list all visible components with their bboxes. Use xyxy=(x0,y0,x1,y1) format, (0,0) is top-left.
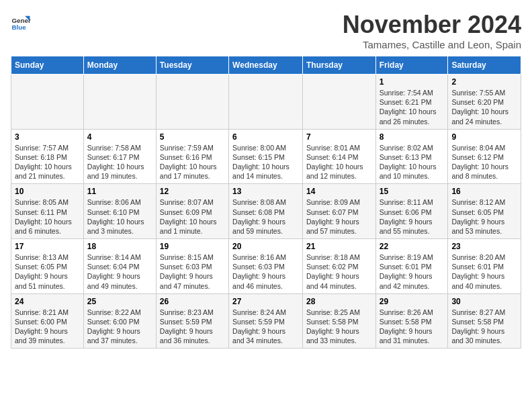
day-info-text: Sunrise: 8:12 AM Sunset: 6:05 PM Dayligh… xyxy=(451,197,517,236)
day-number: 25 xyxy=(87,297,152,306)
day-info-text: Sunrise: 8:08 AM Sunset: 6:08 PM Dayligh… xyxy=(232,197,299,236)
day-number: 13 xyxy=(232,187,299,196)
calendar-cell xyxy=(11,75,84,130)
day-number: 18 xyxy=(87,242,152,251)
day-header-sunday: Sunday xyxy=(11,56,84,75)
day-header-wednesday: Wednesday xyxy=(229,56,303,75)
calendar-cell: 6Sunrise: 8:00 AM Sunset: 6:15 PM Daylig… xyxy=(229,129,303,184)
day-info-text: Sunrise: 8:02 AM Sunset: 6:13 PM Dayligh… xyxy=(380,143,445,181)
day-number: 30 xyxy=(451,297,517,306)
day-info-text: Sunrise: 8:13 AM Sunset: 6:05 PM Dayligh… xyxy=(15,253,80,291)
calendar-week-row: 24Sunrise: 8:21 AM Sunset: 6:00 PM Dayli… xyxy=(11,293,521,349)
calendar-cell: 30Sunrise: 8:27 AM Sunset: 5:58 PM Dayli… xyxy=(448,293,521,349)
day-number: 20 xyxy=(232,242,299,251)
day-info-text: Sunrise: 7:55 AM Sunset: 6:20 PM Dayligh… xyxy=(451,88,517,126)
calendar-week-row: 17Sunrise: 8:13 AM Sunset: 6:05 PM Dayli… xyxy=(11,239,521,294)
calendar-cell xyxy=(229,75,303,130)
day-info-text: Sunrise: 8:23 AM Sunset: 5:59 PM Dayligh… xyxy=(160,308,225,346)
day-info-text: Sunrise: 8:21 AM Sunset: 6:00 PM Dayligh… xyxy=(15,308,80,346)
day-info-text: Sunrise: 7:54 AM Sunset: 6:21 PM Dayligh… xyxy=(380,88,445,126)
calendar-cell: 19Sunrise: 8:15 AM Sunset: 6:03 PM Dayli… xyxy=(156,239,228,294)
calendar-cell: 11Sunrise: 8:06 AM Sunset: 6:10 PM Dayli… xyxy=(83,184,156,239)
day-number: 3 xyxy=(15,132,80,142)
calendar-cell: 26Sunrise: 8:23 AM Sunset: 5:59 PM Dayli… xyxy=(156,293,228,349)
day-header-saturday: Saturday xyxy=(448,56,521,75)
calendar-week-row: 3Sunrise: 7:57 AM Sunset: 6:18 PM Daylig… xyxy=(11,129,521,184)
day-header-friday: Friday xyxy=(375,56,448,75)
location-subtitle: Tamames, Castille and Leon, Spain xyxy=(343,39,521,50)
calendar-cell: 12Sunrise: 8:07 AM Sunset: 6:09 PM Dayli… xyxy=(156,184,228,239)
calendar-cell: 5Sunrise: 7:59 AM Sunset: 6:16 PM Daylig… xyxy=(156,129,228,184)
day-number: 24 xyxy=(15,297,80,306)
calendar-cell xyxy=(302,75,375,130)
calendar-cell: 10Sunrise: 8:05 AM Sunset: 6:11 PM Dayli… xyxy=(11,184,84,239)
calendar-cell: 4Sunrise: 7:58 AM Sunset: 6:17 PM Daylig… xyxy=(83,129,156,184)
day-number: 2 xyxy=(451,77,517,87)
calendar-cell: 9Sunrise: 8:04 AM Sunset: 6:12 PM Daylig… xyxy=(448,129,521,184)
day-info-text: Sunrise: 8:26 AM Sunset: 5:58 PM Dayligh… xyxy=(380,308,445,346)
day-number: 28 xyxy=(306,297,372,306)
day-info-text: Sunrise: 8:25 AM Sunset: 5:58 PM Dayligh… xyxy=(306,308,372,346)
day-header-monday: Monday xyxy=(83,56,156,75)
day-number: 23 xyxy=(451,242,517,251)
calendar-cell: 23Sunrise: 8:20 AM Sunset: 6:01 PM Dayli… xyxy=(448,239,521,294)
day-number: 9 xyxy=(451,132,517,142)
calendar-table: SundayMondayTuesdayWednesdayThursdayFrid… xyxy=(11,56,521,349)
calendar-cell: 1Sunrise: 7:54 AM Sunset: 6:21 PM Daylig… xyxy=(375,75,448,130)
day-number: 4 xyxy=(87,132,152,142)
day-info-text: Sunrise: 8:16 AM Sunset: 6:03 PM Dayligh… xyxy=(232,253,299,291)
day-number: 16 xyxy=(451,187,517,196)
day-number: 8 xyxy=(380,132,445,142)
day-info-text: Sunrise: 8:07 AM Sunset: 6:09 PM Dayligh… xyxy=(160,197,225,236)
day-number: 12 xyxy=(160,187,225,196)
day-info-text: Sunrise: 8:15 AM Sunset: 6:03 PM Dayligh… xyxy=(160,253,225,291)
calendar-cell: 24Sunrise: 8:21 AM Sunset: 6:00 PM Dayli… xyxy=(11,293,84,349)
calendar-cell: 13Sunrise: 8:08 AM Sunset: 6:08 PM Dayli… xyxy=(229,184,303,239)
calendar-cell: 20Sunrise: 8:16 AM Sunset: 6:03 PM Dayli… xyxy=(229,239,303,294)
day-number: 19 xyxy=(160,242,225,251)
day-info-text: Sunrise: 8:27 AM Sunset: 5:58 PM Dayligh… xyxy=(451,308,517,346)
calendar-cell: 27Sunrise: 8:24 AM Sunset: 5:59 PM Dayli… xyxy=(229,293,303,349)
calendar-cell: 7Sunrise: 8:01 AM Sunset: 6:14 PM Daylig… xyxy=(302,129,375,184)
day-info-text: Sunrise: 7:58 AM Sunset: 6:17 PM Dayligh… xyxy=(87,143,152,181)
day-info-text: Sunrise: 8:04 AM Sunset: 6:12 PM Dayligh… xyxy=(451,143,517,181)
header: General Blue November 2024 Tamames, Cast… xyxy=(11,11,521,50)
calendar-cell: 21Sunrise: 8:18 AM Sunset: 6:02 PM Dayli… xyxy=(302,239,375,294)
calendar-cell: 14Sunrise: 8:09 AM Sunset: 6:07 PM Dayli… xyxy=(302,184,375,239)
day-number: 6 xyxy=(232,132,299,142)
svg-text:Blue: Blue xyxy=(12,24,27,31)
day-number: 29 xyxy=(380,297,445,306)
day-info-text: Sunrise: 8:20 AM Sunset: 6:01 PM Dayligh… xyxy=(451,253,517,291)
day-info-text: Sunrise: 7:59 AM Sunset: 6:16 PM Dayligh… xyxy=(160,143,225,181)
day-number: 15 xyxy=(380,187,445,196)
day-number: 21 xyxy=(306,242,372,251)
day-info-text: Sunrise: 8:11 AM Sunset: 6:06 PM Dayligh… xyxy=(380,197,445,236)
calendar-cell: 2Sunrise: 7:55 AM Sunset: 6:20 PM Daylig… xyxy=(448,75,521,130)
day-info-text: Sunrise: 8:01 AM Sunset: 6:14 PM Dayligh… xyxy=(306,143,372,181)
logo-icon: General Blue xyxy=(11,13,31,34)
calendar-header-row: SundayMondayTuesdayWednesdayThursdayFrid… xyxy=(11,56,521,75)
day-number: 1 xyxy=(380,77,445,87)
calendar-cell: 16Sunrise: 8:12 AM Sunset: 6:05 PM Dayli… xyxy=(448,184,521,239)
calendar-cell: 18Sunrise: 8:14 AM Sunset: 6:04 PM Dayli… xyxy=(83,239,156,294)
calendar-cell xyxy=(83,75,156,130)
day-number: 26 xyxy=(160,297,225,306)
day-info-text: Sunrise: 8:18 AM Sunset: 6:02 PM Dayligh… xyxy=(306,253,372,291)
day-number: 22 xyxy=(380,242,445,251)
calendar-cell: 25Sunrise: 8:22 AM Sunset: 6:00 PM Dayli… xyxy=(83,293,156,349)
calendar-week-row: 10Sunrise: 8:05 AM Sunset: 6:11 PM Dayli… xyxy=(11,184,521,239)
day-info-text: Sunrise: 8:22 AM Sunset: 6:00 PM Dayligh… xyxy=(87,308,152,346)
day-info-text: Sunrise: 8:24 AM Sunset: 5:59 PM Dayligh… xyxy=(232,308,299,346)
calendar-cell: 15Sunrise: 8:11 AM Sunset: 6:06 PM Dayli… xyxy=(375,184,448,239)
calendar-cell xyxy=(156,75,228,130)
month-title: November 2024 xyxy=(343,11,521,39)
title-area: November 2024 Tamames, Castille and Leon… xyxy=(343,11,521,50)
calendar-cell: 17Sunrise: 8:13 AM Sunset: 6:05 PM Dayli… xyxy=(11,239,84,294)
day-number: 5 xyxy=(160,132,225,142)
calendar-body: 1Sunrise: 7:54 AM Sunset: 6:21 PM Daylig… xyxy=(11,75,521,349)
day-number: 11 xyxy=(87,187,152,196)
day-info-text: Sunrise: 8:09 AM Sunset: 6:07 PM Dayligh… xyxy=(306,197,372,236)
calendar-cell: 22Sunrise: 8:19 AM Sunset: 6:01 PM Dayli… xyxy=(375,239,448,294)
calendar-week-row: 1Sunrise: 7:54 AM Sunset: 6:21 PM Daylig… xyxy=(11,75,521,130)
calendar-cell: 8Sunrise: 8:02 AM Sunset: 6:13 PM Daylig… xyxy=(375,129,448,184)
